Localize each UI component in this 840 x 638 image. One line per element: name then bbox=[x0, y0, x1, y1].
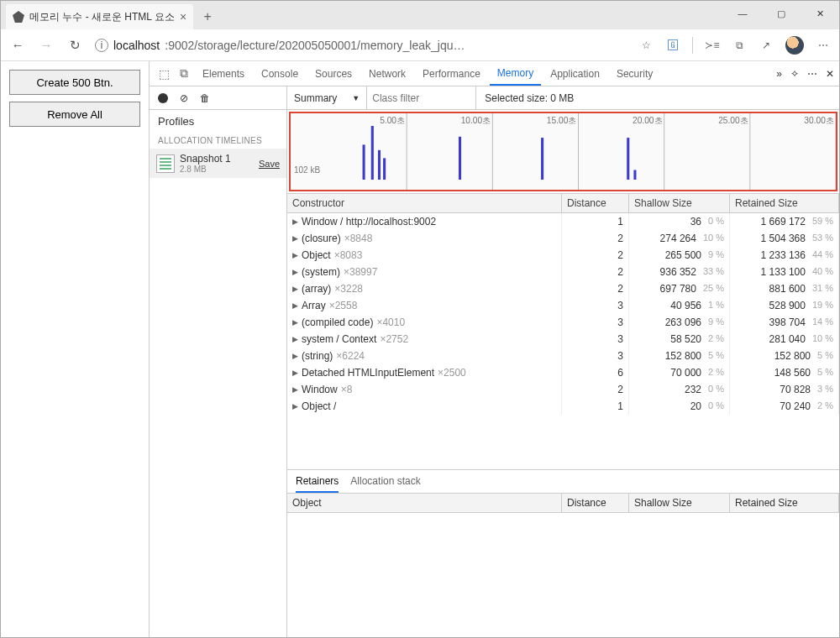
tab-title: 메모리 누수 - 새로운 HTML 요소 bbox=[29, 10, 175, 24]
table-row[interactable]: ▶(closure)×88482274 26410 %1 504 36853 % bbox=[287, 230, 839, 247]
svg-text:20.00초: 20.00초 bbox=[633, 116, 663, 125]
class-filter-input[interactable] bbox=[367, 86, 476, 109]
table-row[interactable]: ▶(compiled code)×40103263 0969 %398 7041… bbox=[287, 314, 839, 331]
new-tab-button[interactable]: + bbox=[197, 6, 218, 28]
svg-rect-16 bbox=[459, 137, 461, 180]
site-info-icon[interactable]: i bbox=[95, 39, 108, 52]
allocation-timeline-chart[interactable]: 102 kB 5.00초10.00초15.00초20.00초25.00초30.0… bbox=[289, 112, 837, 191]
tab-elements[interactable]: Elements bbox=[195, 61, 252, 86]
retainers-header: Object Distance Shallow Size Retained Si… bbox=[287, 494, 839, 513]
svg-rect-19 bbox=[633, 170, 636, 180]
svg-rect-17 bbox=[541, 138, 543, 180]
svg-text:10.00초: 10.00초 bbox=[461, 116, 491, 125]
settings-icon[interactable]: ⋯ bbox=[807, 68, 817, 80]
devtools-panel: ⬚ ⧉ Elements Console Sources Network Per… bbox=[149, 61, 839, 638]
memory-panel: ⊘ 🗑 Profiles ALLOCATION TIMELINES Snapsh… bbox=[150, 86, 839, 638]
col-distance[interactable]: Distance bbox=[562, 194, 629, 212]
svg-text:30.00초: 30.00초 bbox=[804, 116, 834, 125]
record-button[interactable] bbox=[158, 93, 168, 103]
constructor-table: Constructor Distance Shallow Size Retain… bbox=[287, 193, 839, 469]
close-devtools-icon[interactable]: ✕ bbox=[826, 68, 834, 80]
device-toggle-icon[interactable]: ⧉ bbox=[175, 66, 193, 81]
table-row[interactable]: ▶Detached HTMLInputElement×2500670 0002 … bbox=[287, 364, 839, 381]
col-retained[interactable]: Retained Size bbox=[730, 194, 839, 212]
svg-rect-15 bbox=[383, 158, 386, 180]
svg-text:5.00초: 5.00초 bbox=[380, 116, 405, 125]
feedback-icon[interactable]: ✧ bbox=[790, 68, 799, 80]
page-panel: Create 500 Btn. Remove All bbox=[1, 61, 149, 638]
profile-avatar[interactable] bbox=[785, 36, 804, 55]
snapshot-item[interactable]: Snapshot 1 2.8 MB Save bbox=[150, 149, 286, 178]
svg-rect-14 bbox=[378, 150, 381, 180]
timeline-svg: 5.00초10.00초15.00초20.00초25.00초30.00초 bbox=[321, 113, 836, 190]
allocation-heading: ALLOCATION TIMELINES bbox=[150, 133, 286, 149]
table-row[interactable]: ▶Window / http://localhost:90021360 %1 6… bbox=[287, 213, 839, 230]
more-tabs-icon[interactable]: » bbox=[776, 68, 782, 80]
close-tab-icon[interactable]: × bbox=[180, 10, 186, 24]
page-content: Create 500 Btn. Remove All ⬚ ⧉ Elements … bbox=[1, 61, 839, 638]
table-row[interactable]: ▶system / Context×2752358 5202 %281 0401… bbox=[287, 331, 839, 348]
snapshot-title: Snapshot 1 bbox=[180, 153, 254, 165]
url-host: localhost bbox=[113, 39, 160, 52]
address-bar: ← → ↻ i localhost:9002/storage/lecture/2… bbox=[1, 29, 839, 61]
ret-col-distance: Distance bbox=[562, 494, 629, 512]
retainers-tabs: Retainers Allocation stack bbox=[287, 470, 839, 494]
url-display[interactable]: i localhost:9002/storage/lecture/2020050… bbox=[95, 39, 627, 52]
table-row[interactable]: ▶(array)×32282697 78025 %881 60031 % bbox=[287, 280, 839, 297]
window-minimize-button[interactable]: — bbox=[723, 1, 762, 26]
separator bbox=[692, 37, 693, 54]
retainers-body bbox=[287, 513, 839, 638]
tab-application[interactable]: Application bbox=[543, 61, 607, 86]
table-row[interactable]: ▶(string)×62243152 8005 %152 8005 % bbox=[287, 348, 839, 364]
menu-icon[interactable]: ⋯ bbox=[816, 38, 831, 53]
summary-label: Summary bbox=[294, 92, 337, 104]
translate-icon[interactable]: 🄶 bbox=[665, 38, 680, 53]
window-close-button[interactable]: ✕ bbox=[801, 1, 839, 26]
inspect-icon[interactable]: ⬚ bbox=[155, 67, 173, 81]
tab-security[interactable]: Security bbox=[609, 61, 660, 86]
table-row[interactable]: ▶Array×2558340 9561 %528 90019 % bbox=[287, 297, 839, 314]
browser-tab[interactable]: 메모리 누수 - 새로운 HTML 요소 × bbox=[6, 4, 193, 29]
tab-sources[interactable]: Sources bbox=[307, 61, 360, 86]
memory-main: Summary ▼ Selected size: 0 MB 102 kB 5.0… bbox=[287, 86, 839, 638]
window-controls: — ▢ ✕ bbox=[723, 1, 839, 26]
favorites-bar-icon[interactable]: ≻≡ bbox=[705, 38, 720, 53]
back-button[interactable]: ← bbox=[9, 37, 26, 54]
favorite-icon[interactable]: ☆ bbox=[638, 38, 654, 53]
svg-rect-18 bbox=[627, 138, 629, 180]
collections-icon[interactable]: ⧉ bbox=[732, 38, 747, 53]
reload-button[interactable]: ↻ bbox=[66, 37, 83, 54]
table-row[interactable]: ▶Window×822320 %70 8283 % bbox=[287, 381, 839, 398]
tab-memory[interactable]: Memory bbox=[490, 61, 541, 86]
table-row[interactable]: ▶(system)×389972936 35233 %1 133 10040 % bbox=[287, 264, 839, 280]
profiles-heading: Profiles bbox=[150, 110, 286, 133]
snapshot-save-link[interactable]: Save bbox=[259, 159, 280, 169]
tab-allocation-stack[interactable]: Allocation stack bbox=[350, 475, 420, 493]
col-shallow[interactable]: Shallow Size bbox=[629, 194, 730, 212]
col-constructor[interactable]: Constructor bbox=[287, 194, 562, 212]
chevron-down-icon: ▼ bbox=[352, 94, 360, 102]
devtools-tabs: ⬚ ⧉ Elements Console Sources Network Per… bbox=[150, 61, 839, 86]
table-row[interactable]: ▶Object×80832265 5009 %1 233 13644 % bbox=[287, 247, 839, 264]
timeline-y-label: 102 kB bbox=[294, 165, 320, 175]
tab-favicon bbox=[13, 11, 24, 23]
tab-performance[interactable]: Performance bbox=[415, 61, 488, 86]
window-maximize-button[interactable]: ▢ bbox=[762, 1, 801, 26]
url-path: :9002/storage/lecture/202005050001/memor… bbox=[165, 39, 465, 52]
share-icon[interactable]: ↗ bbox=[759, 38, 774, 53]
tab-retainers[interactable]: Retainers bbox=[296, 475, 339, 493]
delete-icon[interactable]: 🗑 bbox=[200, 92, 210, 104]
ret-col-shallow: Shallow Size bbox=[629, 494, 730, 512]
tab-network[interactable]: Network bbox=[361, 61, 413, 86]
memory-toolbar: ⊘ 🗑 bbox=[150, 86, 286, 110]
create-button[interactable]: Create 500 Btn. bbox=[9, 70, 140, 95]
remove-all-button[interactable]: Remove All bbox=[9, 102, 140, 127]
retainers-panel: Retainers Allocation stack Object Distan… bbox=[287, 469, 839, 638]
tab-console[interactable]: Console bbox=[254, 61, 306, 86]
ret-col-object: Object bbox=[287, 494, 562, 512]
clear-icon[interactable]: ⊘ bbox=[180, 92, 188, 104]
summary-dropdown[interactable]: Summary ▼ bbox=[287, 86, 367, 109]
ret-col-retained: Retained Size bbox=[730, 494, 839, 512]
table-row[interactable]: ▶Object /1200 %70 2402 % bbox=[287, 398, 839, 415]
table-header: Constructor Distance Shallow Size Retain… bbox=[287, 193, 839, 213]
